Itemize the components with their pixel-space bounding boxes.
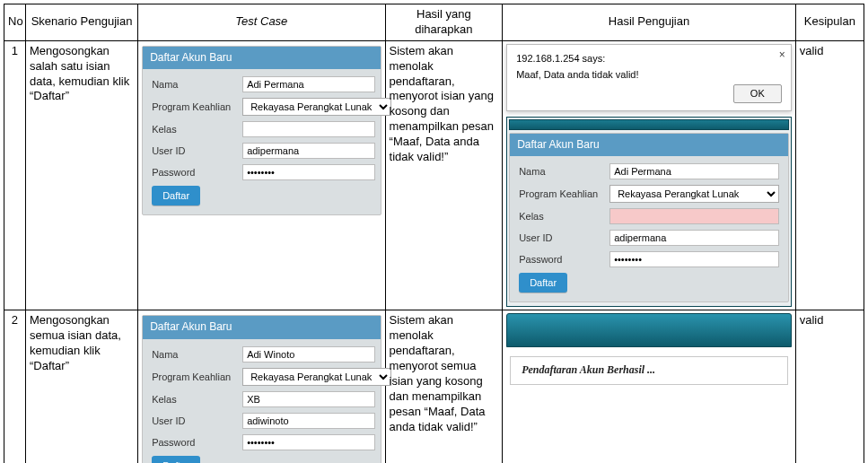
ok-button[interactable]: OK xyxy=(733,84,782,102)
table-row: 1 Mengosongkan salah satu isian data, ke… xyxy=(4,40,864,310)
label-pwd: Password xyxy=(519,253,604,266)
success-message: Pendaftaran Akun Berhasil ... xyxy=(510,356,788,385)
cell-skenario: Mengosongkan salah satu isian data, kemu… xyxy=(25,40,137,310)
cell-skenario: Mengosongkan semua isian data, kemudian … xyxy=(25,310,137,463)
label-pwd: Password xyxy=(152,436,237,449)
label-kelas: Kelas xyxy=(152,123,237,135)
password-field[interactable] xyxy=(609,251,779,267)
alert-dialog: × 192.168.1.254 says: Maaf, Data anda ti… xyxy=(506,44,792,111)
cell-no: 2 xyxy=(4,310,26,463)
form-card-tc-1: Daftar Akun Baru Nama Program Keahlian R… xyxy=(142,46,381,216)
cell-no: 1 xyxy=(4,40,26,310)
daftar-button[interactable]: Daftar xyxy=(152,456,200,463)
form-card-tc-2: Daftar Akun Baru Nama Program Keahlian R… xyxy=(142,315,381,463)
cell-expected: Sistem akan menolak pendaftaran, menyoro… xyxy=(385,40,503,310)
label-nama: Nama xyxy=(152,78,237,91)
label-prog: Program Keahlian xyxy=(152,371,237,383)
nama-field[interactable] xyxy=(609,163,779,179)
form-title: Daftar Akun Baru xyxy=(510,134,788,157)
userid-field[interactable] xyxy=(609,230,779,246)
alert-message: Maaf, Data anda tidak valid! xyxy=(516,68,782,81)
result-frame: Daftar Akun Baru Nama Program Keahlian R… xyxy=(506,117,792,308)
test-table: No Skenario Pengujian Test Case Hasil ya… xyxy=(4,4,864,463)
cell-conclusion: valid xyxy=(795,310,864,463)
teal-strip xyxy=(509,119,789,130)
label-prog: Program Keahlian xyxy=(519,188,604,200)
close-icon[interactable]: × xyxy=(779,48,785,63)
userid-field[interactable] xyxy=(242,413,375,429)
form-title: Daftar Akun Baru xyxy=(143,316,380,339)
label-uid: User ID xyxy=(519,232,604,244)
form-card-result-1: Daftar Akun Baru Nama Program Keahlian R… xyxy=(509,133,789,303)
result-header-bar xyxy=(506,313,792,347)
nama-field[interactable] xyxy=(242,346,375,363)
kelas-field[interactable] xyxy=(609,208,779,224)
prog-select[interactable]: Rekayasa Perangkat Lunak xyxy=(609,185,779,203)
kelas-field[interactable] xyxy=(242,391,375,407)
cell-expected: Sistem akan menolak pendaftaran, menyoro… xyxy=(385,310,503,463)
daftar-button[interactable]: Daftar xyxy=(519,273,567,293)
prog-select[interactable]: Rekayasa Perangkat Lunak xyxy=(242,98,391,116)
prog-select[interactable]: Rekayasa Perangkat Lunak xyxy=(242,368,391,386)
daftar-button[interactable]: Daftar xyxy=(152,186,200,205)
cell-testcase: Daftar Akun Baru Nama Program Keahlian R… xyxy=(138,40,385,310)
cell-result: Pendaftaran Akun Berhasil ... xyxy=(503,310,796,463)
label-kelas: Kelas xyxy=(152,393,237,406)
label-kelas: Kelas xyxy=(519,210,604,223)
alert-origin: 192.168.1.254 says: xyxy=(516,52,782,65)
nama-field[interactable] xyxy=(242,76,375,92)
cell-result: × 192.168.1.254 says: Maaf, Data anda ti… xyxy=(503,40,796,310)
userid-field[interactable] xyxy=(242,143,375,159)
label-nama: Nama xyxy=(519,165,604,178)
header-expected: Hasil yang diharapkan xyxy=(385,4,503,41)
password-field[interactable] xyxy=(242,164,375,180)
form-title: Daftar Akun Baru xyxy=(143,47,380,70)
label-uid: User ID xyxy=(152,415,237,427)
kelas-field[interactable] xyxy=(242,121,375,137)
header-conclusion: Kesipulan xyxy=(795,4,864,41)
header-testcase: Test Case xyxy=(138,4,385,41)
header-no: No xyxy=(4,4,26,41)
cell-conclusion: valid xyxy=(795,40,864,310)
header-result: Hasil Pengujian xyxy=(503,4,796,41)
label-uid: User ID xyxy=(152,144,237,157)
header-skenario: Skenario Pengujian xyxy=(25,4,137,41)
password-field[interactable] xyxy=(242,434,375,450)
table-row: 2 Mengosongkan semua isian data, kemudia… xyxy=(4,310,864,463)
label-pwd: Password xyxy=(152,166,237,179)
label-nama: Nama xyxy=(152,348,237,361)
cell-testcase: Daftar Akun Baru Nama Program Keahlian R… xyxy=(138,310,385,463)
label-prog: Program Keahlian xyxy=(152,100,237,113)
